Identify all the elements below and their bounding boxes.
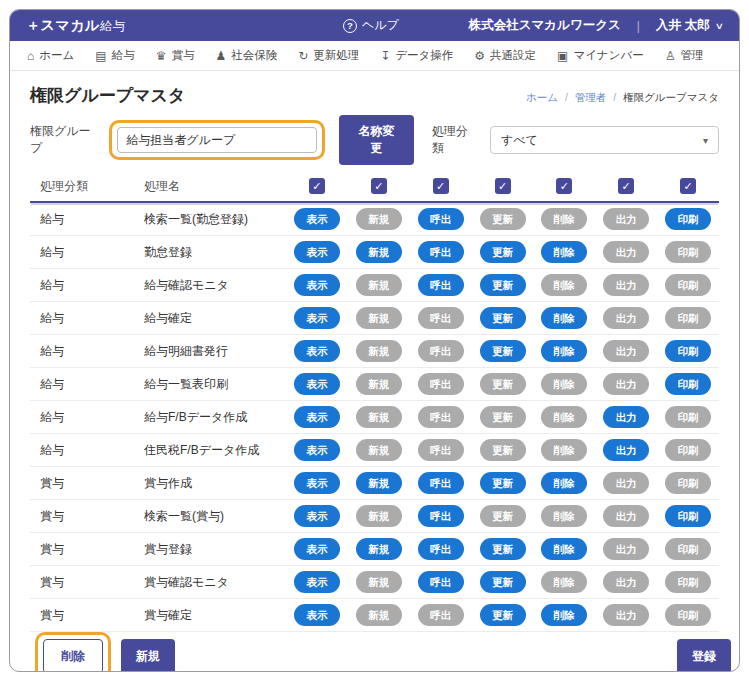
delete-group-button[interactable]: 削除 xyxy=(43,639,103,673)
nav-item-update-process[interactable]: ↻更新処理 xyxy=(298,48,359,63)
breadcrumb-home[interactable]: ホーム xyxy=(526,91,558,103)
pill-call[interactable]: 呼出 xyxy=(418,241,464,263)
nav-item-admin[interactable]: ♙管理 xyxy=(665,48,704,63)
pill-output[interactable]: 出力 xyxy=(603,505,649,527)
pill-output[interactable]: 出力 xyxy=(603,604,649,626)
pill-output[interactable]: 出力 xyxy=(603,274,649,296)
pill-print[interactable]: 印刷 xyxy=(665,274,711,296)
pill-output[interactable]: 出力 xyxy=(603,241,649,263)
pill-new[interactable]: 新規 xyxy=(356,406,402,428)
pill-call[interactable]: 呼出 xyxy=(418,373,464,395)
pill-update[interactable]: 更新 xyxy=(480,505,526,527)
new-group-button[interactable]: 新規 xyxy=(121,639,175,673)
pill-print[interactable]: 印刷 xyxy=(665,604,711,626)
column-checkbox-call[interactable]: ✓ xyxy=(433,178,449,194)
pill-call[interactable]: 呼出 xyxy=(418,274,464,296)
pill-update[interactable]: 更新 xyxy=(480,439,526,461)
pill-call[interactable]: 呼出 xyxy=(418,406,464,428)
pill-delete[interactable]: 削除 xyxy=(541,208,587,230)
column-checkbox-view[interactable]: ✓ xyxy=(309,178,325,194)
pill-print[interactable]: 印刷 xyxy=(665,505,711,527)
pill-update[interactable]: 更新 xyxy=(480,571,526,593)
pill-new[interactable]: 新規 xyxy=(356,307,402,329)
pill-view[interactable]: 表示 xyxy=(294,604,340,626)
pill-new[interactable]: 新規 xyxy=(356,340,402,362)
pill-delete[interactable]: 削除 xyxy=(541,604,587,626)
pill-print[interactable]: 印刷 xyxy=(665,373,711,395)
pill-new[interactable]: 新規 xyxy=(356,505,402,527)
pill-call[interactable]: 呼出 xyxy=(418,208,464,230)
pill-update[interactable]: 更新 xyxy=(480,241,526,263)
pill-print[interactable]: 印刷 xyxy=(665,340,711,362)
pill-new[interactable]: 新規 xyxy=(356,604,402,626)
pill-delete[interactable]: 削除 xyxy=(541,307,587,329)
pill-view[interactable]: 表示 xyxy=(294,208,340,230)
pill-delete[interactable]: 削除 xyxy=(541,274,587,296)
pill-update[interactable]: 更新 xyxy=(480,472,526,494)
nav-item-data-operation[interactable]: ↧データ操作 xyxy=(380,48,453,63)
pill-delete[interactable]: 削除 xyxy=(541,571,587,593)
pill-delete[interactable]: 削除 xyxy=(541,241,587,263)
pill-view[interactable]: 表示 xyxy=(294,241,340,263)
category-select[interactable]: すべて ▾ xyxy=(490,126,719,154)
pill-view[interactable]: 表示 xyxy=(294,571,340,593)
nav-item-common-settings[interactable]: ⚙共通設定 xyxy=(474,48,536,63)
pill-delete[interactable]: 削除 xyxy=(541,505,587,527)
group-name-input[interactable] xyxy=(117,127,317,153)
pill-view[interactable]: 表示 xyxy=(294,373,340,395)
pill-new[interactable]: 新規 xyxy=(356,241,402,263)
pill-delete[interactable]: 削除 xyxy=(541,406,587,428)
pill-delete[interactable]: 削除 xyxy=(541,538,587,560)
pill-output[interactable]: 出力 xyxy=(603,373,649,395)
nav-item-home[interactable]: ⌂ホーム xyxy=(27,48,74,63)
nav-item-bonus[interactable]: ♛賞与 xyxy=(156,48,195,63)
pill-output[interactable]: 出力 xyxy=(603,571,649,593)
column-checkbox-output[interactable]: ✓ xyxy=(618,178,634,194)
pill-update[interactable]: 更新 xyxy=(480,406,526,428)
pill-view[interactable]: 表示 xyxy=(294,439,340,461)
pill-print[interactable]: 印刷 xyxy=(665,472,711,494)
pill-print[interactable]: 印刷 xyxy=(665,241,711,263)
nav-item-mynumber[interactable]: ▣マイナンバー xyxy=(557,48,644,63)
pill-new[interactable]: 新規 xyxy=(356,274,402,296)
pill-view[interactable]: 表示 xyxy=(294,406,340,428)
pill-update[interactable]: 更新 xyxy=(480,307,526,329)
pill-call[interactable]: 呼出 xyxy=(418,307,464,329)
pill-delete[interactable]: 削除 xyxy=(541,472,587,494)
pill-print[interactable]: 印刷 xyxy=(665,307,711,329)
pill-new[interactable]: 新規 xyxy=(356,208,402,230)
pill-view[interactable]: 表示 xyxy=(294,307,340,329)
help-button[interactable]: ? ヘルプ xyxy=(343,17,399,34)
pill-new[interactable]: 新規 xyxy=(356,538,402,560)
pill-print[interactable]: 印刷 xyxy=(665,538,711,560)
pill-view[interactable]: 表示 xyxy=(294,472,340,494)
pill-call[interactable]: 呼出 xyxy=(418,505,464,527)
pill-view[interactable]: 表示 xyxy=(294,538,340,560)
pill-output[interactable]: 出力 xyxy=(603,439,649,461)
pill-print[interactable]: 印刷 xyxy=(665,439,711,461)
pill-new[interactable]: 新規 xyxy=(356,571,402,593)
pill-view[interactable]: 表示 xyxy=(294,274,340,296)
pill-new[interactable]: 新規 xyxy=(356,439,402,461)
pill-view[interactable]: 表示 xyxy=(294,340,340,362)
column-checkbox-delete[interactable]: ✓ xyxy=(556,178,572,194)
pill-call[interactable]: 呼出 xyxy=(418,571,464,593)
register-button[interactable]: 登録 xyxy=(677,639,731,673)
pill-output[interactable]: 出力 xyxy=(603,472,649,494)
column-checkbox-new[interactable]: ✓ xyxy=(371,178,387,194)
rename-button[interactable]: 名称変更 xyxy=(339,115,413,165)
pill-print[interactable]: 印刷 xyxy=(665,406,711,428)
column-checkbox-print[interactable]: ✓ xyxy=(680,178,696,194)
pill-output[interactable]: 出力 xyxy=(603,406,649,428)
pill-output[interactable]: 出力 xyxy=(603,208,649,230)
pill-output[interactable]: 出力 xyxy=(603,538,649,560)
pill-delete[interactable]: 削除 xyxy=(541,439,587,461)
nav-item-payroll[interactable]: ▤給与 xyxy=(95,48,134,63)
pill-print[interactable]: 印刷 xyxy=(665,571,711,593)
nav-item-social-insurance[interactable]: ♟社会保険 xyxy=(215,48,277,63)
pill-update[interactable]: 更新 xyxy=(480,208,526,230)
column-checkbox-update[interactable]: ✓ xyxy=(495,178,511,194)
pill-update[interactable]: 更新 xyxy=(480,274,526,296)
pill-delete[interactable]: 削除 xyxy=(541,373,587,395)
pill-call[interactable]: 呼出 xyxy=(418,439,464,461)
